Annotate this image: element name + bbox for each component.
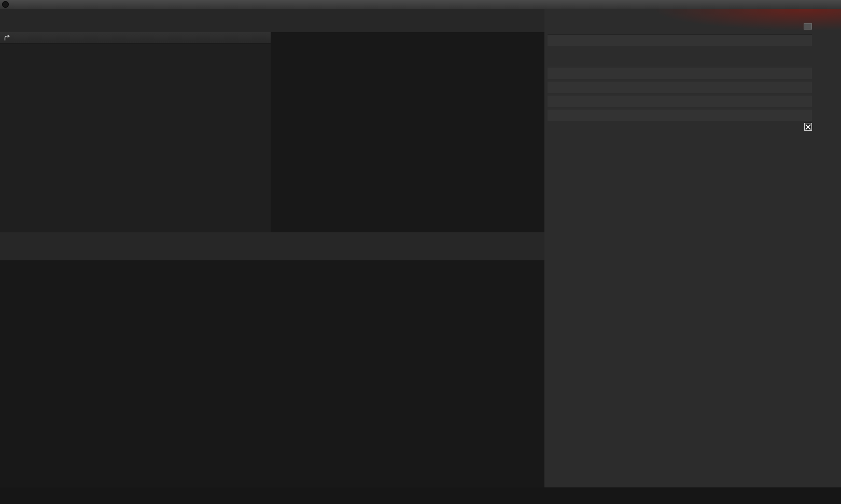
continuous-capture-row: [548, 20, 812, 32]
show-advanced-checkbox[interactable]: [804, 123, 812, 131]
omnical-window: [0, 0, 841, 504]
camera-viewport[interactable]: [0, 44, 271, 232]
section-camera-capture[interactable]: [548, 81, 812, 93]
camera-view-cam-1: [0, 32, 271, 232]
reset-view-icon[interactable]: [4, 34, 10, 41]
continuous-capture-checkbox[interactable]: [804, 23, 812, 30]
section-projection-settings[interactable]: [548, 67, 812, 79]
camera-label-strip-bottom: [0, 232, 544, 260]
section-blob-detection[interactable]: [548, 95, 812, 107]
camera-settings-bar[interactable]: [0, 32, 271, 44]
section-active-projectors[interactable]: [548, 34, 812, 46]
camera-label-strip-top: [0, 9, 544, 32]
show-advanced-row: [548, 121, 812, 133]
camera-grid: [0, 9, 544, 504]
bottom-strip: [0, 487, 841, 504]
control-panel: [544, 9, 841, 504]
titlebar: [0, 0, 841, 9]
select-none-button[interactable]: [548, 55, 812, 65]
select-all-button[interactable]: [548, 46, 812, 55]
window-close-button[interactable]: [2, 1, 9, 8]
section-alert-settings[interactable]: [548, 109, 812, 121]
